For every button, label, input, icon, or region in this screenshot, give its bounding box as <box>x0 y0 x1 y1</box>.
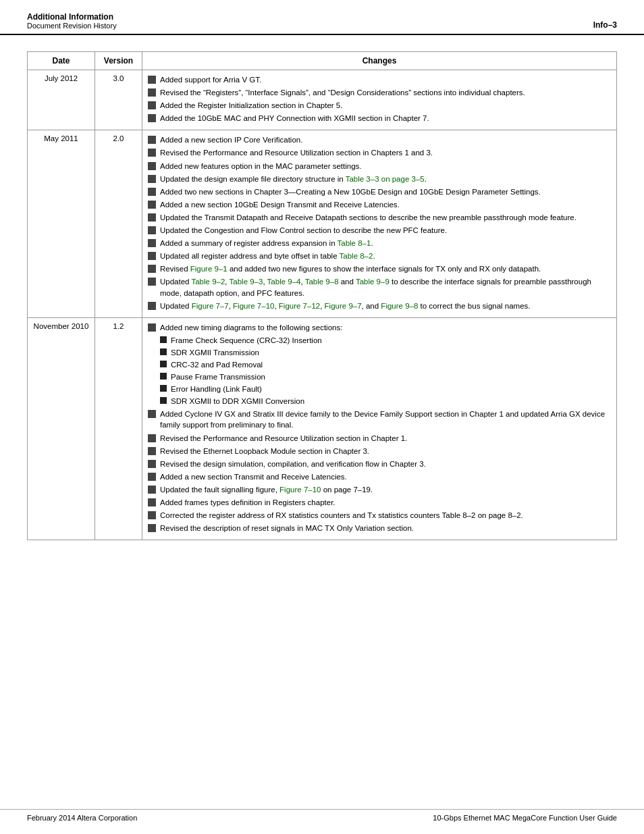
link-table8-1[interactable]: Table 8–1 <box>338 239 371 247</box>
bullet-icon <box>148 511 156 519</box>
link-table9-9[interactable]: Table 9–9 <box>356 278 390 286</box>
list-item: Added the Register Initialization sectio… <box>148 100 611 111</box>
list-item: Added support for Arria V GT. <box>148 74 611 85</box>
col-version: Version <box>95 52 142 70</box>
header-subtitle: Document Revision History <box>27 22 117 30</box>
bullet-sm-icon <box>160 348 167 355</box>
link-table8-2[interactable]: Table 8–2 <box>340 252 373 260</box>
bullet-icon <box>148 447 156 455</box>
bullet-icon <box>148 76 156 84</box>
bullet-icon <box>148 410 156 418</box>
bullet-sm-icon <box>160 385 167 392</box>
bullet-icon <box>148 101 156 109</box>
changes-cell-may2011: Added a new section IP Core Verification… <box>142 130 617 317</box>
link-figure9-1[interactable]: Figure 9–1 <box>190 265 227 273</box>
page-header: Additional Information Document Revision… <box>0 0 644 35</box>
bullet-icon <box>148 88 156 97</box>
list-item: Updated Table 9–2, Table 9–3, Table 9–4,… <box>148 276 611 298</box>
link-figure9-7[interactable]: Figure 9–7 <box>325 302 362 310</box>
link-figure7-12[interactable]: Figure 7–12 <box>279 302 320 310</box>
bullet-icon <box>148 302 156 310</box>
list-item: Added Cyclone IV GX and Stratix III devi… <box>148 409 611 430</box>
list-item: Pause Frame Transmission <box>160 371 611 382</box>
footer-right: 10-Gbps Ethernet MAC MegaCore Function U… <box>433 814 617 822</box>
list-item: Added the 10GbE MAC and PHY Connection w… <box>148 113 611 124</box>
list-item: Revised Figure 9–1 and added two new fig… <box>148 263 611 274</box>
list-item: Revised the description of reset signals… <box>148 523 611 533</box>
list-item: Added two new sections in Chapter 3—Crea… <box>148 186 611 197</box>
footer-left: February 2014 Altera Corporation <box>27 814 137 822</box>
header-page-label: Info–3 <box>593 20 617 30</box>
date-cell-nov2010: November 2010 <box>28 317 95 540</box>
list-item: Updated all register address and byte of… <box>148 251 611 261</box>
list-item: Revised the Performance and Resource Uti… <box>148 147 611 158</box>
version-cell-2-0: 2.0 <box>95 130 142 317</box>
list-item: Updated Figure 7–7, Figure 7–10, Figure … <box>148 301 611 311</box>
list-item: CRC-32 and Pad Removal <box>160 359 611 370</box>
list-item: Updated the fault signalling figure, Fig… <box>148 484 611 495</box>
bullet-icon <box>148 175 156 183</box>
revision-table: Date Version Changes July 2012 3.0 Added… <box>27 51 617 540</box>
col-changes: Changes <box>142 52 617 70</box>
page-wrapper: Additional Information Document Revision… <box>0 0 644 834</box>
list-item: Added a new section Transmit and Receive… <box>148 471 611 482</box>
list-item: Added frames types definition in Registe… <box>148 497 611 508</box>
changes-cell-july2012: Added support for Arria V GT. Revised th… <box>142 70 617 130</box>
bullet-icon <box>148 323 156 332</box>
bullet-icon <box>148 252 156 260</box>
list-item: Added a summary of register address expa… <box>148 238 611 249</box>
list-item: Revised the design simulation, compilati… <box>148 459 611 469</box>
header-title: Additional Information <box>27 12 117 22</box>
list-item: Revised the Ethernet Loopback Module sec… <box>148 446 611 457</box>
version-cell-3-0: 3.0 <box>95 70 142 130</box>
bullet-icon <box>148 265 156 273</box>
bullet-icon <box>148 201 156 209</box>
bullet-icon <box>148 213 156 221</box>
bullet-icon <box>148 460 156 468</box>
link-table9-2[interactable]: Table 9–2 <box>191 278 225 286</box>
header-left: Additional Information Document Revision… <box>27 12 117 30</box>
bullet-icon <box>148 239 156 247</box>
list-item: Added a new section IP Core Verification… <box>148 134 611 145</box>
version-cell-1-2: 1.2 <box>95 317 142 540</box>
list-item: Corrected the register address of RX sta… <box>148 510 611 521</box>
bullet-icon <box>148 434 156 442</box>
date-cell-may2011: May 2011 <box>28 130 95 317</box>
bullet-sm-icon <box>160 361 167 367</box>
bullet-icon <box>148 149 156 157</box>
main-content: Date Version Changes July 2012 3.0 Added… <box>0 35 644 581</box>
list-item: SDR XGMII to DDR XGMII Conversion <box>160 396 611 407</box>
bullet-sm-icon <box>160 397 167 404</box>
bullet-sm-icon <box>160 336 167 343</box>
list-item: Updated the design example file director… <box>148 174 611 184</box>
link-figure9-8[interactable]: Figure 9–8 <box>381 302 418 310</box>
link-table9-8[interactable]: Table 9–8 <box>305 278 339 286</box>
link-figure7-10[interactable]: Figure 7–10 <box>233 302 274 310</box>
bullet-icon <box>148 473 156 481</box>
bullet-icon <box>148 486 156 494</box>
list-item: Revised the Performance and Resource Uti… <box>148 433 611 444</box>
bullet-icon <box>148 278 156 286</box>
link-figure7-7[interactable]: Figure 7–7 <box>192 302 229 310</box>
changes-cell-nov2010: Added new timing diagrams to the followi… <box>142 317 617 540</box>
bullet-icon <box>148 498 156 506</box>
list-item: Frame Check Sequence (CRC-32) Insertion <box>160 335 611 346</box>
list-item: Updated the Transmit Datapath and Receiv… <box>148 212 611 223</box>
col-date: Date <box>28 52 95 70</box>
bullet-icon <box>148 136 156 144</box>
bullet-icon <box>148 226 156 234</box>
date-cell-july2012: July 2012 <box>28 70 95 130</box>
link-table9-4[interactable]: Table 9–4 <box>267 278 301 286</box>
bullet-sm-icon <box>160 373 167 380</box>
bullet-icon <box>148 524 156 532</box>
page-footer: February 2014 Altera Corporation 10-Gbps… <box>0 809 644 822</box>
link-table3-3[interactable]: Table 3–3 on page 3–5 <box>346 175 425 183</box>
link-figure7-10b[interactable]: Figure 7–10 <box>279 486 321 494</box>
bullet-icon <box>148 162 156 170</box>
list-item: Added new features option in the MAC par… <box>148 161 611 172</box>
bullet-icon <box>148 114 156 122</box>
table-row: November 2010 1.2 Added new timing diagr… <box>28 317 617 540</box>
list-item: Added a new section 10GbE Design Transmi… <box>148 199 611 210</box>
table-row: May 2011 2.0 Added a new section IP Core… <box>28 130 617 317</box>
link-table9-3[interactable]: Table 9–3 <box>230 278 263 286</box>
